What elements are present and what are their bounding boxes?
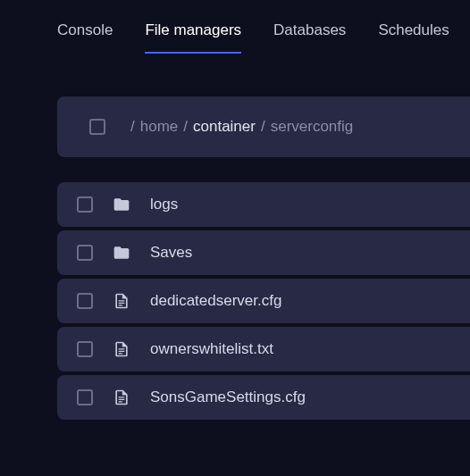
- select-all-checkbox[interactable]: [89, 119, 105, 135]
- file-row[interactable]: SonsGameSettings.cfg: [57, 375, 470, 420]
- row-checkbox[interactable]: [77, 196, 93, 213]
- file-row[interactable]: logs: [57, 182, 470, 227]
- tab-bar: Console File managers Databases Schedule…: [0, 0, 470, 54]
- file-icon: [113, 340, 130, 358]
- breadcrumb-bar: / home / container / serverconfig: [57, 96, 470, 157]
- breadcrumb-seg-serverconfig[interactable]: serverconfig: [271, 118, 354, 136]
- file-row[interactable]: Saves: [57, 230, 470, 275]
- breadcrumb-seg-home[interactable]: home: [140, 118, 179, 136]
- row-checkbox[interactable]: [77, 245, 93, 261]
- file-row[interactable]: dedicatedserver.cfg: [57, 279, 470, 323]
- breadcrumb: / home / container / serverconfig: [130, 118, 353, 136]
- file-icon: [113, 292, 130, 310]
- breadcrumb-sep: /: [130, 118, 135, 136]
- row-name: SonsGameSettings.cfg: [150, 388, 306, 406]
- row-name: Saves: [150, 244, 192, 262]
- tab-console[interactable]: Console: [57, 21, 113, 54]
- row-name: logs: [150, 196, 178, 213]
- row-name: dedicatedserver.cfg: [150, 292, 281, 310]
- tab-schedules[interactable]: Schedules: [378, 21, 449, 54]
- folder-icon: [113, 244, 130, 262]
- file-rows: logs Saves dedicatedserver.cfg ownerswhi…: [57, 182, 470, 420]
- row-name: ownerswhitelist.txt: [150, 340, 273, 358]
- folder-icon: [113, 196, 130, 213]
- file-icon: [113, 388, 130, 406]
- breadcrumb-sep: /: [183, 118, 188, 136]
- content: / home / container / serverconfig logs S…: [0, 54, 470, 420]
- breadcrumb-sep: /: [261, 118, 265, 136]
- tab-file-managers[interactable]: File managers: [145, 21, 241, 54]
- row-checkbox[interactable]: [77, 293, 93, 309]
- file-row[interactable]: ownerswhitelist.txt: [57, 327, 470, 372]
- breadcrumb-seg-container[interactable]: container: [193, 118, 256, 136]
- row-checkbox[interactable]: [77, 341, 93, 357]
- tab-databases[interactable]: Databases: [273, 21, 346, 54]
- row-checkbox[interactable]: [77, 389, 93, 405]
